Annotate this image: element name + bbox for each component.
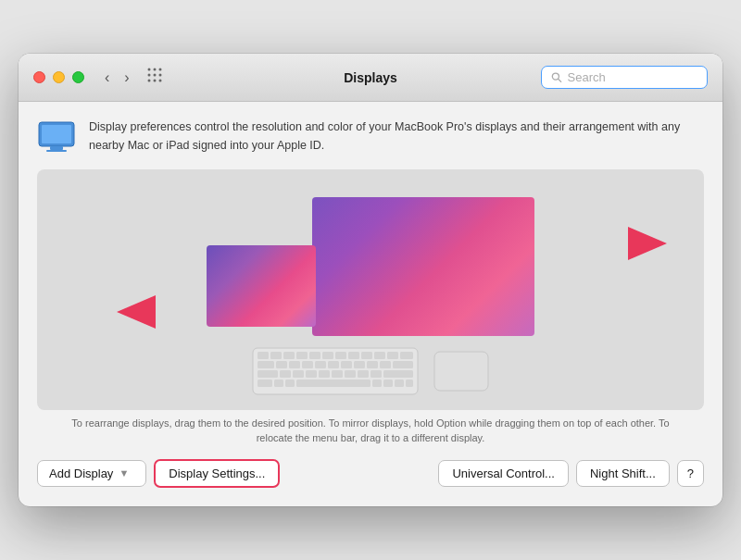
- svg-rect-32: [289, 361, 300, 368]
- grid-icon: [146, 67, 163, 83]
- close-button[interactable]: [33, 71, 45, 83]
- maximize-button[interactable]: [72, 71, 84, 83]
- svg-rect-51: [257, 380, 272, 387]
- display-arrangement-area: [37, 169, 704, 410]
- svg-rect-21: [296, 352, 308, 359]
- help-button[interactable]: ?: [677, 460, 704, 487]
- monitor-small-display: [207, 245, 316, 327]
- info-row: Display preferences control the resoluti…: [37, 118, 704, 155]
- search-icon: [551, 71, 562, 83]
- svg-rect-25: [348, 352, 359, 359]
- svg-marker-15: [117, 295, 156, 329]
- left-arrow-icon: [109, 295, 156, 329]
- svg-line-10: [559, 79, 561, 81]
- svg-point-6: [147, 80, 150, 82]
- svg-rect-55: [372, 380, 382, 387]
- hint-text: To rearrange displays, drag them to the …: [37, 416, 704, 446]
- svg-point-4: [153, 74, 156, 77]
- svg-rect-49: [370, 370, 382, 378]
- svg-rect-14: [46, 150, 67, 152]
- svg-rect-27: [374, 352, 385, 359]
- svg-rect-54: [296, 380, 370, 387]
- grid-button[interactable]: [141, 65, 169, 90]
- monitor-large-display: [312, 197, 534, 336]
- svg-rect-19: [270, 352, 282, 359]
- svg-rect-39: [380, 361, 391, 368]
- titlebar: ‹ › Displays: [19, 54, 722, 102]
- svg-point-1: [153, 68, 156, 71]
- display-settings-button[interactable]: Display Settings...: [154, 459, 280, 488]
- window-title: Displays: [344, 70, 397, 85]
- svg-rect-59: [434, 352, 488, 391]
- svg-rect-12: [42, 125, 71, 143]
- svg-point-5: [158, 74, 161, 77]
- universal-control-button[interactable]: Universal Control...: [438, 460, 569, 487]
- svg-rect-37: [354, 361, 365, 368]
- search-box[interactable]: [541, 66, 708, 89]
- svg-rect-46: [332, 370, 343, 378]
- svg-rect-18: [257, 352, 269, 359]
- keyboard-icon: [252, 347, 419, 395]
- monitor-small[interactable]: [207, 245, 316, 327]
- svg-rect-33: [302, 361, 313, 368]
- svg-point-8: [158, 80, 161, 82]
- main-window: ‹ › Displays: [19, 54, 722, 506]
- svg-rect-45: [319, 370, 330, 378]
- svg-rect-56: [383, 380, 393, 387]
- svg-rect-31: [276, 361, 287, 368]
- svg-point-0: [147, 68, 150, 71]
- content-area: Display preferences control the resoluti…: [19, 102, 722, 506]
- right-arrow-icon: [628, 227, 674, 260]
- monitors-container: [207, 197, 534, 336]
- forward-button[interactable]: ›: [119, 68, 134, 88]
- svg-rect-23: [322, 352, 333, 359]
- svg-rect-52: [274, 380, 283, 387]
- add-display-label: Add Display: [49, 467, 113, 480]
- svg-rect-13: [50, 146, 63, 150]
- keyboard-area: [252, 347, 489, 395]
- traffic-lights: [33, 71, 84, 83]
- svg-rect-36: [341, 361, 352, 368]
- svg-rect-28: [387, 352, 398, 359]
- back-button[interactable]: ‹: [99, 68, 115, 88]
- svg-point-2: [158, 68, 161, 71]
- svg-rect-58: [406, 380, 413, 387]
- svg-rect-24: [335, 352, 346, 359]
- svg-rect-22: [309, 352, 320, 359]
- display-icon: [37, 120, 76, 154]
- add-display-chevron-icon: ▼: [119, 467, 129, 479]
- add-display-button[interactable]: Add Display ▼: [37, 460, 146, 487]
- svg-rect-44: [306, 370, 317, 378]
- svg-point-7: [153, 80, 156, 82]
- svg-point-3: [147, 74, 150, 77]
- svg-rect-34: [315, 361, 326, 368]
- minimize-button[interactable]: [53, 71, 65, 83]
- svg-rect-57: [395, 380, 404, 387]
- svg-rect-29: [400, 352, 413, 359]
- svg-rect-20: [283, 352, 295, 359]
- search-input[interactable]: [568, 70, 697, 84]
- night-shift-button[interactable]: Night Shift...: [576, 460, 670, 487]
- svg-rect-35: [328, 361, 339, 368]
- svg-rect-30: [257, 361, 274, 368]
- svg-rect-42: [280, 370, 291, 378]
- nav-buttons: ‹ ›: [99, 68, 135, 88]
- info-text: Display preferences control the resoluti…: [89, 118, 704, 155]
- svg-rect-38: [367, 361, 378, 368]
- svg-rect-53: [285, 380, 295, 387]
- svg-marker-16: [628, 227, 667, 260]
- bottom-bar: Add Display ▼ Display Settings... Univer…: [37, 459, 704, 492]
- svg-rect-48: [358, 370, 369, 378]
- svg-rect-47: [345, 370, 356, 378]
- svg-rect-43: [293, 370, 304, 378]
- trackpad-icon: [433, 351, 489, 392]
- svg-rect-26: [361, 352, 372, 359]
- svg-rect-41: [257, 370, 278, 378]
- svg-rect-40: [393, 361, 413, 368]
- monitor-large[interactable]: [312, 197, 534, 336]
- svg-rect-50: [383, 370, 413, 378]
